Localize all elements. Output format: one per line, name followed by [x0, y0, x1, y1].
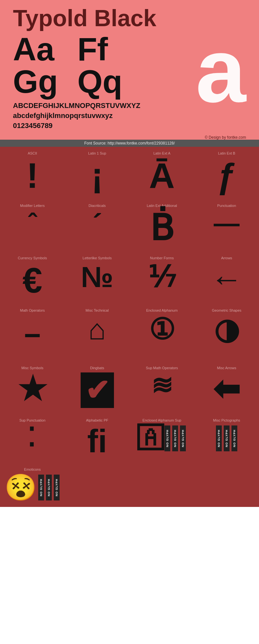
label-emoticons: Emoticons [24, 467, 40, 471]
letter-pair-aa: Aa [13, 33, 58, 65]
letter-pair-ff: Ff [77, 33, 122, 65]
credit-line: © Design by fontke.com [0, 134, 259, 140]
glyph-cell-empty-1 [65, 463, 130, 507]
no-glyph-box-7: NO GLYPH [38, 475, 44, 500]
char-punct1: — [214, 210, 240, 236]
letter-pair-qq: Qq [77, 65, 122, 98]
glyph-cell-latinexta: Latin Ext A Ā [130, 147, 194, 199]
no-glyph-box-6: NO GLYPH [231, 425, 237, 451]
glyph-cell-numforms: Number Forms ⅐ [130, 252, 194, 304]
glyph-cell-diacrit: Diacriticals ` [65, 199, 130, 252]
digits: 0123456789 [13, 121, 246, 131]
label-latinextb: Latin Ext B [218, 151, 235, 155]
label-diacrit: Diacriticals [88, 204, 106, 208]
glyph-cell-modifier: Modifier Letters ˆ [0, 199, 65, 252]
sample-letters: Aa Gg Ff Qq a [13, 33, 246, 98]
header-section: Typold Black Aa Gg Ff Qq a [0, 0, 259, 101]
char-miscarrows: ⬅ [213, 372, 240, 405]
no-glyph-box-8: NO GLYPH [46, 475, 52, 500]
char-supmath: ≋ [151, 372, 173, 398]
no-glyph-box-3: NO GLYPH [180, 425, 186, 451]
char-latinextb: ƒ [217, 158, 236, 193]
glyph-cell-geoshapes: Geometric Shapes ◑ [194, 304, 259, 361]
glyph-cell-letterlike: Letterlike Symbols № [65, 252, 130, 304]
label-punct1: Punctuation [217, 204, 236, 208]
label-misctech: Misc Technical [85, 308, 108, 312]
sample-col-1: Aa Gg [13, 33, 77, 98]
char-latinexta: Ā [149, 158, 175, 193]
label-arrows: Arrows [221, 256, 232, 260]
label-currency: Currency Symbols [18, 256, 47, 260]
label-encalphasup: Enclosed Alphanum Sup [142, 418, 181, 422]
char-latin1sup: ¡ [91, 158, 103, 193]
glyph-cell-emoticons: Emoticons 😵 NO GLYPH NO GLYPH NO GLYPH [0, 463, 65, 507]
letter-pair-gg: Gg [13, 65, 58, 98]
glyph-row-2: Modifier Letters ˆ Diacriticals ` Latin … [0, 199, 259, 252]
glyph-cell-latinextadd: Latin Ext Additional Ḃ [130, 199, 194, 252]
char-arrows: ← [210, 263, 243, 295]
char-misctech: ⌂ [88, 315, 106, 344]
glyph-cell-misctech: Misc Technical ⌂ [65, 304, 130, 361]
label-modifier: Modifier Letters [20, 204, 45, 208]
label-encalpha: Enclosed Alphanum [146, 308, 177, 312]
char-currency: € [22, 263, 42, 298]
glyph-row-3: Currency Symbols € Letterlike Symbols № … [0, 252, 259, 304]
no-glyph-box-2: NO GLYPH [172, 425, 178, 451]
label-alphapf: Alphabetic PF [86, 418, 108, 422]
char-mathops: − [24, 315, 41, 356]
glyph-cell-arrows: Arrows ← [194, 252, 259, 304]
glyph-section: ASCII ! Latin 1 Sup ¡ Latin Ext A Ā Lati… [0, 147, 259, 507]
char-numforms: ⅐ [148, 263, 176, 292]
no-glyph-box-1: NO GLYPH [164, 425, 170, 451]
label-latinexta: Latin Ext A [153, 151, 171, 155]
no-glyph-box-9: NO GLYPH [54, 475, 60, 500]
char-latinextadd: Ḃ [150, 210, 174, 246]
glyph-cell-latinextb: Latin Ext B ƒ [194, 147, 259, 199]
char-geoshapes: ◑ [214, 315, 240, 344]
char-miscsym: ★ [18, 372, 47, 405]
label-latinextadd: Latin Ext Additional [147, 204, 177, 208]
glyph-cell-miscsym: Misc Symbols ★ [0, 361, 65, 414]
char-suppunct: ⁚ [27, 425, 38, 451]
label-numforms: Number Forms [150, 256, 174, 260]
label-dingbats: Dingbats [90, 366, 104, 370]
glyph-row-4: Math Operators − Misc Technical ⌂ Enclos… [0, 304, 259, 361]
glyph-cell-mathops: Math Operators − [0, 304, 65, 361]
char-modifier: ˆ [28, 210, 37, 236]
glyph-cell-miscpicto: Misc Pictographs NO GLYPH NO GLYPH NO GL… [194, 414, 259, 463]
label-miscsym: Misc Symbols [21, 366, 43, 370]
no-glyph-box-5: NO GLYPH [224, 425, 230, 451]
glyph-cell-punct1: Punctuation — [194, 199, 259, 252]
char-diacrit: ` [92, 210, 102, 239]
big-letter-a: a [196, 30, 246, 111]
char-letterlike: № [81, 263, 113, 292]
char-emoticons-main: 😵 [5, 475, 37, 500]
label-ascii: ASCII [28, 151, 37, 155]
no-glyph-box-4: NO GLYPH [216, 425, 222, 451]
glyph-cell-encalphasup: Enclosed Alphanum Sup 🄰 NO GLYPH NO GLYP… [130, 414, 194, 463]
char-alphapf: ﬁ [87, 425, 107, 457]
glyph-row-7: Emoticons 😵 NO GLYPH NO GLYPH NO GLYPH [0, 463, 259, 507]
label-supmath: Sup Math Operators [146, 366, 178, 370]
label-miscarrows: Misc Arrows [217, 366, 236, 370]
label-miscpicto: Misc Pictographs [213, 418, 240, 422]
glyph-cell-ascii: ASCII ! [0, 147, 65, 199]
source-line: Font Source: http://www.fontke.com/font/… [0, 140, 259, 147]
label-letterlike: Letterlike Symbols [83, 256, 112, 260]
char-ascii: ! [27, 158, 39, 193]
glyph-cell-latin1sup: Latin 1 Sup ¡ [65, 147, 130, 199]
glyph-cell-suppunct: Sup Punctuation ⁚ [0, 414, 65, 463]
label-suppunct: Sup Punctuation [19, 418, 46, 422]
glyph-row-6: Sup Punctuation ⁚ Alphabetic PF ﬁ Enclos… [0, 414, 259, 463]
glyph-row-1: ASCII ! Latin 1 Sup ¡ Latin Ext A Ā Lati… [0, 147, 259, 199]
char-encalphasup-main: 🄰 [137, 425, 163, 451]
glyph-cell-empty-2 [130, 463, 194, 507]
glyph-cell-dingbats: Dingbats ✔ [65, 361, 130, 414]
glyph-cell-alphapf: Alphabetic PF ﬁ [65, 414, 130, 463]
glyph-cell-miscarrows: Misc Arrows ⬅ [194, 361, 259, 414]
label-geoshapes: Geometric Shapes [212, 308, 241, 312]
glyph-cell-encalpha: Enclosed Alphanum ① [130, 304, 194, 361]
char-encalpha: ① [149, 315, 175, 344]
label-mathops: Math Operators [20, 308, 45, 312]
glyph-cell-supmath: Sup Math Operators ≋ [130, 361, 194, 414]
